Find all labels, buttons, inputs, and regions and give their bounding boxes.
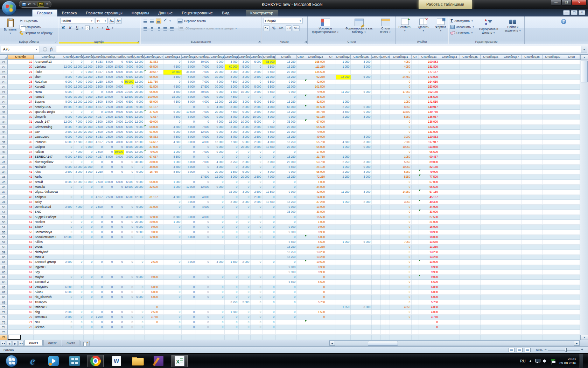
- row-header[interactable]: 60: [0, 255, 8, 260]
- cell[interactable]: [297, 295, 305, 300]
- cell[interactable]: [276, 305, 297, 310]
- cell[interactable]: [542, 285, 563, 290]
- row-header[interactable]: 64: [0, 275, 8, 280]
- cell[interactable]: [522, 120, 542, 124]
- cell[interactable]: [563, 130, 580, 135]
- cell[interactable]: 7050: [390, 240, 412, 245]
- cell[interactable]: 4 000: [196, 205, 210, 210]
- cell[interactable]: 0: [276, 180, 297, 185]
- cell[interactable]: 14 000: [305, 195, 326, 200]
- cut-button[interactable]: ✂Вырезать: [20, 18, 52, 24]
- cell[interactable]: [376, 250, 381, 255]
- cell[interactable]: SnookerRoom-I: [34, 235, 63, 240]
- cell[interactable]: 0: [124, 220, 134, 225]
- cell[interactable]: 0: [196, 235, 210, 240]
- cell[interactable]: 5250: [390, 115, 412, 120]
- cell[interactable]: [460, 200, 481, 205]
- cell[interactable]: 9 900: [276, 270, 297, 275]
- cell[interactable]: [251, 250, 262, 255]
- cell[interactable]: 5 000: [104, 75, 114, 80]
- cell[interactable]: [381, 225, 385, 230]
- cell[interactable]: 12 000: [84, 75, 94, 80]
- cell[interactable]: coach_147: [34, 120, 63, 124]
- cell[interactable]: 0: [134, 310, 145, 315]
- page-break-view-icon[interactable]: [525, 348, 531, 352]
- cell[interactable]: 20 000: [210, 70, 225, 75]
- cell[interactable]: [439, 275, 460, 280]
- cell[interactable]: [460, 170, 481, 175]
- cell[interactable]: Анатолий13: [34, 60, 63, 64]
- cell[interactable]: [336, 300, 351, 305]
- cell[interactable]: [326, 150, 336, 155]
- cell[interactable]: [326, 115, 336, 120]
- cell[interactable]: [351, 245, 372, 250]
- cell[interactable]: [376, 165, 381, 170]
- cell[interactable]: 6 000: [419, 285, 439, 290]
- cell[interactable]: [501, 115, 522, 120]
- cell[interactable]: 6 600: [305, 280, 326, 285]
- cell[interactable]: 0: [104, 225, 114, 230]
- column-header[interactable]: Столбец31: [390, 55, 412, 60]
- cell[interactable]: [159, 225, 163, 230]
- cell[interactable]: [385, 200, 390, 205]
- cell[interactable]: [196, 255, 210, 260]
- cell[interactable]: 3 000: [124, 135, 134, 139]
- cell[interactable]: 0: [276, 285, 297, 290]
- cell[interactable]: 26 250: [225, 100, 239, 104]
- cell[interactable]: [74, 335, 84, 340]
- cell[interactable]: [542, 280, 563, 285]
- cell[interactable]: [84, 190, 94, 195]
- cell[interactable]: 0: [104, 260, 114, 265]
- cell[interactable]: [501, 230, 522, 235]
- cell[interactable]: 0: [104, 230, 114, 235]
- cell[interactable]: 0: [163, 80, 182, 84]
- cell[interactable]: 0: [390, 80, 412, 84]
- cell[interactable]: [372, 160, 376, 165]
- cell[interactable]: 6 000: [114, 70, 124, 75]
- cell[interactable]: 9 900: [276, 90, 297, 95]
- cell[interactable]: [412, 285, 419, 290]
- cell[interactable]: 0: [94, 225, 104, 230]
- row-header[interactable]: 41: [0, 160, 8, 165]
- cell[interactable]: 13 500: [114, 115, 124, 120]
- cell[interactable]: [376, 335, 381, 340]
- cell[interactable]: 0: [114, 80, 124, 84]
- cell[interactable]: [542, 110, 563, 115]
- cell[interactable]: 0: [262, 300, 276, 305]
- cell[interactable]: 22 000: [276, 70, 297, 75]
- row-header[interactable]: 67: [0, 290, 8, 295]
- cell[interactable]: [381, 250, 385, 255]
- cell[interactable]: 0: [114, 145, 124, 150]
- cell[interactable]: 0: [251, 320, 262, 325]
- cell[interactable]: 0: [74, 225, 84, 230]
- cell[interactable]: [104, 335, 114, 340]
- cell[interactable]: 0: [251, 95, 262, 100]
- cell[interactable]: [134, 250, 145, 255]
- cell[interactable]: [159, 160, 163, 165]
- cell[interactable]: [225, 330, 239, 335]
- cell[interactable]: 6 000: [182, 130, 196, 135]
- cell[interactable]: 10 500: [305, 260, 326, 265]
- cell[interactable]: 16 000: [163, 95, 182, 100]
- cell[interactable]: [297, 190, 305, 195]
- cell[interactable]: 55 900: [305, 170, 326, 175]
- cell[interactable]: 13 250: [276, 200, 297, 205]
- cell[interactable]: 136 500: [305, 70, 326, 75]
- cell[interactable]: [196, 335, 210, 340]
- cell[interactable]: [460, 175, 481, 179]
- cell[interactable]: 138 067: [419, 115, 439, 120]
- cell[interactable]: [376, 110, 381, 115]
- cell[interactable]: 3 000: [239, 165, 251, 170]
- cell[interactable]: 0: [94, 160, 104, 165]
- cell[interactable]: [372, 145, 376, 150]
- cell[interactable]: 12 000: [145, 215, 159, 220]
- cell[interactable]: 0: [305, 275, 326, 280]
- cell[interactable]: 3 000: [351, 190, 372, 195]
- row-header[interactable]: 34: [0, 125, 8, 130]
- cell[interactable]: 68 833: [145, 135, 159, 139]
- cell[interactable]: Barbambeya: [34, 230, 63, 235]
- cell[interactable]: 0: [74, 195, 84, 200]
- cell[interactable]: [385, 215, 390, 220]
- cell[interactable]: 0: [94, 275, 104, 280]
- cell[interactable]: 0: [390, 300, 412, 305]
